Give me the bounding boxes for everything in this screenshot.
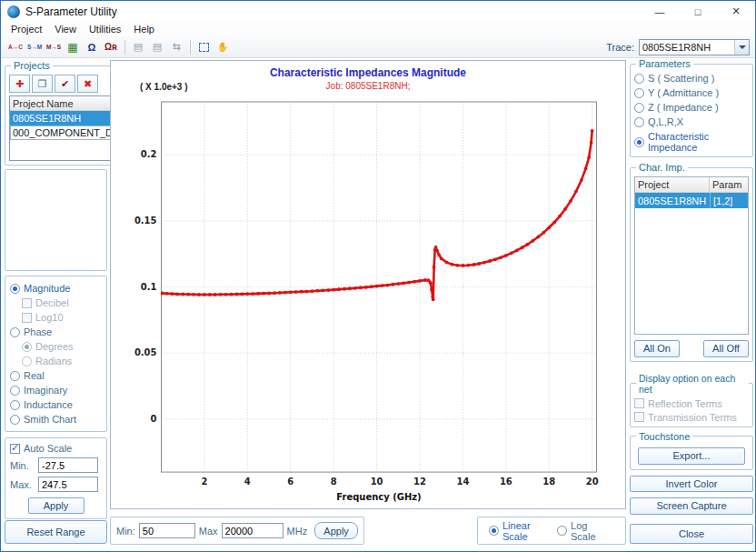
trace-select-value: 0805SE1R8NH <box>640 42 734 53</box>
screen-capture-button[interactable]: Screen Capture <box>630 497 753 515</box>
frequency-range-group: Min: Max MHz Apply <box>110 517 364 545</box>
checkbox-icon <box>22 313 32 323</box>
svg-text:0.05: 0.05 <box>134 347 157 357</box>
projects-group: Projects ✚ ❐ ✔ ✖ Project Name 0805SE1R8N… <box>5 60 121 166</box>
param-qlrx-radio[interactable]: Q,L,R,X <box>634 116 749 127</box>
center-panel: Characteristic Impedances Magnitude ( X … <box>107 58 630 551</box>
param-char-imp-radio[interactable]: Characteristic Impedance <box>634 131 749 153</box>
dashed-selection-shape <box>199 43 209 52</box>
freq-unit-label: MHz <box>287 526 308 537</box>
auto-scale-checkbox[interactable]: Auto Scale <box>10 443 102 454</box>
display-format-group: Magnitude Decibel Log10 Phase Degrees <box>5 276 107 432</box>
projects-legend: Projects <box>11 60 53 71</box>
radio-icon <box>10 327 20 337</box>
param-s-label: S ( Scattering ) <box>648 73 714 84</box>
char-imp-row[interactable]: 0805SE1R8NH [1,2] <box>635 193 748 208</box>
column-header-param[interactable]: Param <box>710 177 748 192</box>
radio-icon <box>634 117 644 127</box>
all-off-button[interactable]: All Off <box>703 340 749 357</box>
real-radio[interactable]: Real <box>10 370 102 381</box>
magnitude-radio[interactable]: Magnitude <box>10 283 102 294</box>
smith-chart-radio[interactable]: Smith Chart <box>10 414 102 425</box>
scale-min-input[interactable] <box>38 457 98 473</box>
transmission-terms-checkbox[interactable]: Transmission Terms <box>634 412 749 423</box>
char-imp-legend: Char. Imp. <box>636 162 688 173</box>
menu-utilities[interactable]: Utilities <box>83 24 127 35</box>
svg-text:2: 2 <box>201 477 207 487</box>
close-button[interactable]: Close <box>630 524 753 544</box>
phase-radio[interactable]: Phase <box>10 326 102 337</box>
char-imp-row-project: 0805SE1R8NH <box>635 193 710 208</box>
confirm-project-button[interactable]: ✔ <box>55 75 75 93</box>
log10-checkbox[interactable]: Log10 <box>22 312 102 323</box>
freq-apply-button[interactable]: Apply <box>314 522 358 539</box>
menu-project[interactable]: Project <box>5 24 48 35</box>
radio-icon <box>634 74 644 84</box>
svg-text:18: 18 <box>542 477 555 487</box>
scale-max-input[interactable] <box>38 477 98 492</box>
param-s-radio[interactable]: S ( Scattering ) <box>634 73 749 84</box>
radians-radio[interactable]: Radians <box>22 356 102 366</box>
maximize-button[interactable]: □ <box>679 1 717 22</box>
param-y-radio[interactable]: Y ( Admittance ) <box>634 87 749 98</box>
freq-max-label: Max <box>199 526 218 537</box>
menu-help[interactable]: Help <box>127 24 161 35</box>
window-title: S-Parameter Utility <box>25 5 117 18</box>
left-panel: Projects ✚ ❐ ✔ ✖ Project Name 0805SE1R8N… <box>5 58 107 551</box>
axis-scale-group: Linear Scale Log Scale <box>477 517 626 545</box>
shift-trace-icon[interactable]: ⇆ <box>167 38 185 55</box>
copy-project-button[interactable]: ❐ <box>32 75 53 93</box>
radio-icon <box>634 137 644 147</box>
reset-range-button[interactable]: Reset Range <box>5 520 107 544</box>
decibel-checkbox[interactable]: Decibel <box>22 297 102 308</box>
svg-text:10: 10 <box>371 477 383 487</box>
linear-scale-radio[interactable]: Linear Scale <box>489 520 557 542</box>
pan-icon[interactable]: ✋ <box>214 38 232 55</box>
imaginary-radio[interactable]: Imaginary <box>10 385 102 396</box>
table-edit-icon[interactable]: ▤ <box>148 38 166 55</box>
log-scale-radio[interactable]: Log Scale <box>557 520 614 542</box>
real-label: Real <box>24 370 45 381</box>
scale-apply-button[interactable]: Apply <box>28 497 85 514</box>
magnitude-label: Magnitude <box>24 283 70 294</box>
add-project-button[interactable]: ✚ <box>9 75 30 93</box>
project-info-box <box>5 169 107 271</box>
export-button[interactable]: Export... <box>638 447 745 465</box>
project-list-item[interactable]: 0805SE1R8NH <box>10 111 115 125</box>
svg-text:8: 8 <box>331 477 337 487</box>
delete-project-button[interactable]: ✖ <box>77 75 98 93</box>
main-content: Projects ✚ ❐ ✔ ✖ Project Name 0805SE1R8N… <box>1 58 755 551</box>
inductance-radio[interactable]: Inductance <box>10 399 102 410</box>
param-z-radio[interactable]: Z ( Impedance ) <box>634 102 749 113</box>
column-header-project[interactable]: Project <box>635 177 710 192</box>
invert-color-button[interactable]: Invert Color <box>630 476 753 493</box>
data-grid-icon[interactable]: ▦ <box>64 38 82 55</box>
r-impedance-icon[interactable]: Ωʀ <box>102 38 120 55</box>
freq-max-input[interactable] <box>222 523 284 538</box>
impedance-search-icon[interactable]: Ω <box>83 38 101 55</box>
phase-label: Phase <box>24 326 52 337</box>
table-view-icon[interactable]: ▤ <box>129 38 147 55</box>
menu-view[interactable]: View <box>48 24 83 35</box>
parameters-group: Parameters S ( Scattering ) Y ( Admittan… <box>630 58 753 157</box>
ac-convert-icon[interactable]: A↔C <box>6 38 25 55</box>
reflection-terms-checkbox[interactable]: Reflection Terms <box>634 398 749 409</box>
radio-icon <box>489 526 499 536</box>
degrees-radio[interactable]: Degrees <box>22 341 102 352</box>
s-to-m-icon[interactable]: S→M <box>25 38 44 55</box>
all-on-button[interactable]: All On <box>634 340 680 357</box>
zoom-region-icon[interactable] <box>194 38 213 55</box>
char-imp-row-param: [1,2] <box>710 193 748 208</box>
svg-text:12: 12 <box>413 477 426 487</box>
close-window-button[interactable]: ✕ <box>717 1 755 22</box>
s-parameter-utility-window: S-Parameter Utility — □ ✕ Project View U… <box>0 0 756 552</box>
project-list-header[interactable]: Project Name <box>10 96 115 111</box>
freq-min-input[interactable] <box>139 523 195 538</box>
project-list-item[interactable]: 000_COMPONENT_D. <box>10 125 115 140</box>
minimize-button[interactable]: — <box>641 1 679 22</box>
chevron-down-icon[interactable] <box>734 40 749 55</box>
m-to-s-icon[interactable]: M→S <box>45 38 63 55</box>
trace-select[interactable]: 0805SE1R8NH <box>639 39 750 55</box>
reflection-terms-label: Reflection Terms <box>648 398 722 409</box>
log10-label: Log10 <box>35 312 64 323</box>
